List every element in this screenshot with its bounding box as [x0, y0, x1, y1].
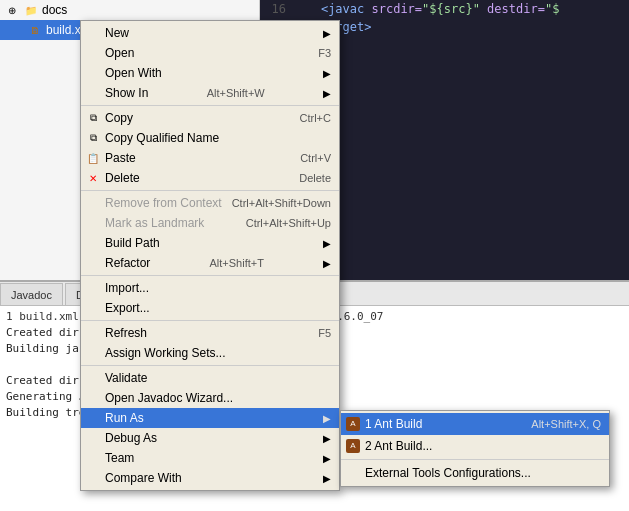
menu-item-debug-as[interactable]: Debug As ▶ — [81, 428, 339, 448]
menu-item-show-in-label: Show In — [105, 86, 148, 100]
menu-item-open-with[interactable]: Open With ▶ — [81, 63, 339, 83]
menu-item-import[interactable]: Import... — [81, 278, 339, 298]
delete-icon: ✕ — [85, 170, 101, 186]
menu-item-show-in[interactable]: Show In Alt+Shift+W ▶ — [81, 83, 339, 103]
menu-item-team-label: Team — [105, 451, 134, 465]
menu-item-export-label: Export... — [105, 301, 150, 315]
menu-item-import-label: Import... — [105, 281, 149, 295]
menu-item-copy-qualified-label: Copy Qualified Name — [105, 131, 219, 145]
menu-item-copy-qualified[interactable]: ⧉ Copy Qualified Name — [81, 128, 339, 148]
menu-item-show-in-shortcut: Alt+Shift+W — [207, 87, 265, 99]
menu-arrow-new: ▶ — [323, 28, 331, 39]
file-tree-item-docs[interactable]: ⊕ 📁 docs — [0, 0, 259, 20]
menu-item-open[interactable]: Open F3 — [81, 43, 339, 63]
submenu-item-ant-build-1-label: 1 Ant Build — [365, 417, 422, 431]
menu-arrow-build-path: ▶ — [323, 238, 331, 249]
submenu-item-external-tools[interactable]: External Tools Configurations... — [341, 462, 609, 484]
file-tree-label-docs: docs — [42, 3, 67, 17]
menu-item-refactor-shortcut: Alt+Shift+T — [209, 257, 263, 269]
copy-qualified-icon: ⧉ — [85, 130, 101, 146]
menu-item-mark-landmark-shortcut: Ctrl+Alt+Shift+Up — [246, 217, 331, 229]
menu-item-refresh[interactable]: Refresh F5 — [81, 323, 339, 343]
menu-item-build-path[interactable]: Build Path ▶ — [81, 233, 339, 253]
menu-item-refresh-label: Refresh — [105, 326, 147, 340]
menu-arrow-compare-with: ▶ — [323, 473, 331, 484]
menu-item-run-as-label: Run As — [105, 411, 144, 425]
ant-build-2-icon: A — [345, 438, 361, 454]
menu-item-refactor-label: Refactor — [105, 256, 150, 270]
menu-item-mark-landmark-label: Mark as Landmark — [105, 216, 204, 230]
submenu-item-ant-build-1[interactable]: A 1 Ant Build Alt+Shift+X, Q — [341, 413, 609, 435]
code-line-16: <javac srcdir="${src}" destdir="$ — [292, 0, 629, 18]
menu-item-open-javadoc[interactable]: Open Javadoc Wizard... — [81, 388, 339, 408]
menu-item-validate[interactable]: Validate — [81, 368, 339, 388]
menu-arrow-open-with: ▶ — [323, 68, 331, 79]
menu-arrow-show-in: ▶ — [323, 88, 331, 99]
menu-item-paste-label: Paste — [105, 151, 136, 165]
submenu-item-external-tools-label: External Tools Configurations... — [365, 466, 531, 480]
submenu-item-ant-build-2-label: 2 Ant Build... — [365, 439, 432, 453]
xml-file-icon: 🗎 — [27, 22, 43, 38]
submenu-item-ant-build-2[interactable]: A 2 Ant Build... — [341, 435, 609, 457]
menu-item-delete-shortcut: Delete — [299, 172, 331, 184]
context-menu: New ▶ Open F3 Open With ▶ Show In Alt+Sh… — [80, 20, 340, 491]
menu-sep-4 — [81, 320, 339, 321]
menu-item-delete[interactable]: ✕ Delete Delete — [81, 168, 339, 188]
menu-item-copy-label: Copy — [105, 111, 133, 125]
menu-item-run-as[interactable]: Run As ▶ — [81, 408, 339, 428]
code-line-17: </target> — [292, 18, 629, 36]
menu-item-refactor[interactable]: Refactor Alt+Shift+T ▶ — [81, 253, 339, 273]
run-as-submenu: A 1 Ant Build Alt+Shift+X, Q A 2 Ant Bui… — [340, 410, 610, 487]
menu-item-remove-context-label: Remove from Context — [105, 196, 222, 210]
submenu-sep-1 — [341, 459, 609, 460]
menu-item-assign-working-sets-label: Assign Working Sets... — [105, 346, 226, 360]
menu-item-build-path-label: Build Path — [105, 236, 160, 250]
menu-item-team[interactable]: Team ▶ — [81, 448, 339, 468]
menu-sep-3 — [81, 275, 339, 276]
menu-arrow-team: ▶ — [323, 453, 331, 464]
menu-sep-1 — [81, 105, 339, 106]
menu-arrow-debug-as: ▶ — [323, 433, 331, 444]
menu-arrow-refactor: ▶ — [323, 258, 331, 269]
menu-item-paste[interactable]: 📋 Paste Ctrl+V — [81, 148, 339, 168]
submenu-item-ant-build-1-shortcut: Alt+Shift+X, Q — [531, 418, 601, 430]
menu-item-refresh-shortcut: F5 — [318, 327, 331, 339]
menu-item-paste-shortcut: Ctrl+V — [300, 152, 331, 164]
menu-item-new-label: New — [105, 26, 129, 40]
menu-sep-2 — [81, 190, 339, 191]
ant-icon-1: A — [346, 417, 360, 431]
menu-item-new[interactable]: New ▶ — [81, 23, 339, 43]
indent-spacer — [4, 22, 24, 38]
menu-item-remove-context: Remove from Context Ctrl+Alt+Shift+Down — [81, 193, 339, 213]
paste-icon: 📋 — [85, 150, 101, 166]
menu-item-mark-landmark: Mark as Landmark Ctrl+Alt+Shift+Up — [81, 213, 339, 233]
ant-build-1-icon: A — [345, 416, 361, 432]
tab-javadoc[interactable]: Javadoc — [0, 283, 63, 305]
copy-icon: ⧉ — [85, 110, 101, 126]
menu-item-delete-label: Delete — [105, 171, 140, 185]
menu-item-open-label: Open — [105, 46, 134, 60]
menu-item-open-shortcut: F3 — [318, 47, 331, 59]
menu-item-remove-context-shortcut: Ctrl+Alt+Shift+Down — [232, 197, 331, 209]
code-content: <javac srcdir="${src}" destdir="$ </targ… — [292, 0, 629, 280]
menu-item-compare-with[interactable]: Compare With ▶ — [81, 468, 339, 488]
ant-icon-2: A — [346, 439, 360, 453]
menu-item-export[interactable]: Export... — [81, 298, 339, 318]
menu-item-open-javadoc-label: Open Javadoc Wizard... — [105, 391, 233, 405]
menu-item-copy-shortcut: Ctrl+C — [300, 112, 331, 124]
folder-icon: 📁 — [23, 2, 39, 18]
menu-item-assign-working-sets[interactable]: Assign Working Sets... — [81, 343, 339, 363]
menu-sep-5 — [81, 365, 339, 366]
menu-item-debug-as-label: Debug As — [105, 431, 157, 445]
menu-item-copy[interactable]: ⧉ Copy Ctrl+C — [81, 108, 339, 128]
menu-item-validate-label: Validate — [105, 371, 147, 385]
expand-icon: ⊕ — [4, 2, 20, 18]
tab-javadoc-label: Javadoc — [11, 289, 52, 301]
menu-arrow-run-as: ▶ — [323, 413, 331, 424]
menu-item-compare-with-label: Compare With — [105, 471, 182, 485]
menu-item-open-with-label: Open With — [105, 66, 162, 80]
